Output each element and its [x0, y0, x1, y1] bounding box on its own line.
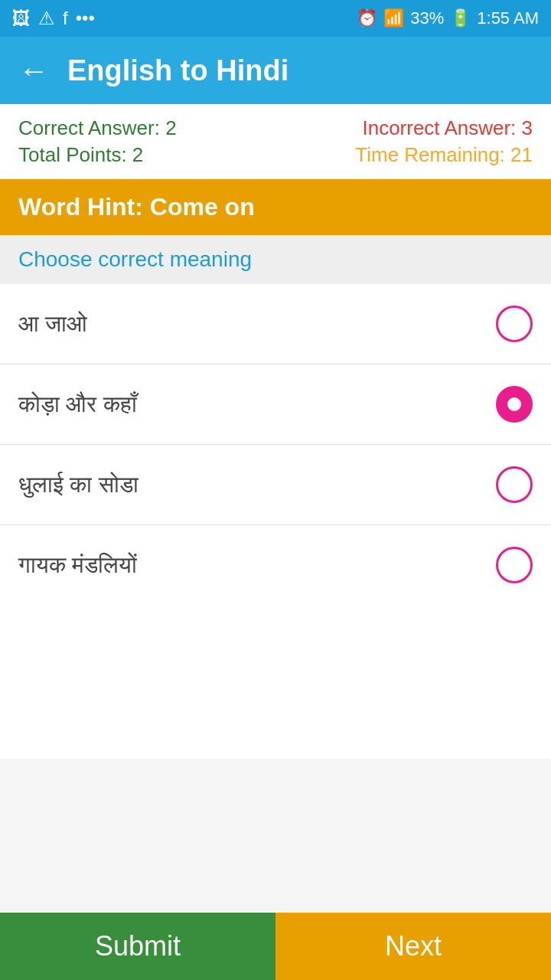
bottom-bar: Submit Next — [0, 913, 551, 980]
score-right: Incorrect Answer: 3 Time Remaining: 21 — [355, 116, 533, 167]
status-bar: 🖼 ⚠ f ••• ⏰ 📶 33% 🔋 1:55 AM — [0, 0, 551, 37]
option-row-1[interactable]: कोड़ा और कहाँ — [0, 364, 551, 445]
alert-icon: ⚠ — [38, 8, 55, 29]
status-bar-left: 🖼 ⚠ f ••• — [12, 8, 95, 29]
incorrect-answer-label: Incorrect Answer: 3 — [362, 116, 533, 140]
score-bar: Correct Answer: 2 Total Points: 2 Incorr… — [0, 104, 551, 179]
radio-button-0[interactable] — [496, 305, 533, 342]
option-row-0[interactable]: आ जाओ — [0, 284, 551, 364]
correct-answer-label: Correct Answer: 2 — [18, 116, 177, 140]
photo-icon: 🖼 — [12, 8, 31, 29]
option-text-3: गायक मंडलियों — [18, 552, 137, 579]
app-header: ← English to Hindi — [0, 37, 551, 104]
alarm-icon: ⏰ — [357, 8, 377, 28]
option-text-2: धुलाई का सोडा — [18, 472, 139, 498]
battery-icon: 🔋 — [450, 8, 471, 28]
more-icon: ••• — [76, 8, 95, 29]
battery-level: 33% — [410, 8, 444, 28]
radio-button-3[interactable] — [496, 547, 533, 583]
time-display: 1:55 AM — [477, 8, 539, 28]
radio-button-2[interactable] — [496, 466, 533, 503]
question-instruction: Choose correct meaning — [0, 235, 551, 284]
instruction-text: Choose correct meaning — [18, 247, 252, 271]
radio-button-1[interactable] — [496, 386, 533, 423]
option-text-1: कोड़ा और कहाँ — [18, 391, 137, 418]
options-container: आ जाओकोड़ा और कहाँधुलाई का सोडागायक मंडल… — [0, 284, 551, 759]
content-spacer — [0, 759, 551, 913]
option-text-0: आ जाओ — [18, 311, 87, 338]
status-bar-right: ⏰ 📶 33% 🔋 1:55 AM — [357, 8, 539, 28]
option-row-3[interactable]: गायक मंडलियों — [0, 525, 551, 605]
signal-icon: 📶 — [383, 8, 404, 28]
next-button[interactable]: Next — [276, 913, 551, 980]
total-points-label: Total Points: 2 — [18, 143, 177, 167]
time-remaining-label: Time Remaining: 21 — [355, 143, 533, 167]
word-hint-bar: Word Hint: Come on — [0, 179, 551, 235]
facebook-icon: f — [63, 8, 68, 29]
score-left: Correct Answer: 2 Total Points: 2 — [18, 116, 177, 167]
word-hint-text: Word Hint: Come on — [18, 193, 255, 220]
option-row-2[interactable]: धुलाई का सोडा — [0, 445, 551, 525]
submit-button[interactable]: Submit — [0, 913, 276, 980]
page-title: English to Hindi — [67, 54, 289, 87]
back-button[interactable]: ← — [18, 55, 49, 86]
